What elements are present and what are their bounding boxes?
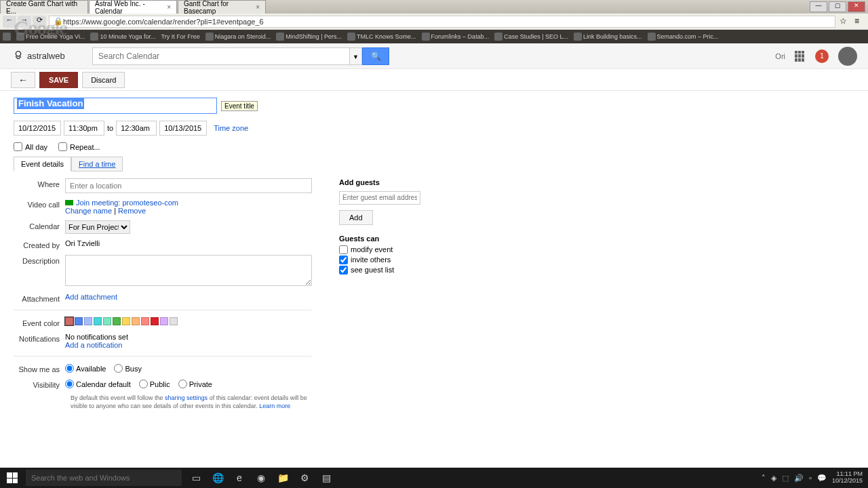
calendar-select[interactable]: For Fun Project — [65, 220, 130, 234]
browser-tab[interactable]: Gantt Chart for Basecamp× — [178, 0, 266, 14]
color-swatch[interactable] — [141, 317, 149, 325]
where-label: Where — [14, 178, 65, 193]
add-notification-link[interactable]: Add a notification — [65, 341, 122, 349]
add-guest-button[interactable]: Add — [339, 210, 373, 225]
visibility-private-radio[interactable]: Private — [178, 380, 212, 388]
edge-icon[interactable]: e — [229, 468, 250, 488]
remove-video-link[interactable]: Remove — [118, 207, 146, 215]
modify-event-checkbox[interactable]: modify event — [339, 245, 502, 254]
color-swatch[interactable] — [160, 317, 168, 325]
notifications-badge[interactable]: 1 — [815, 49, 829, 63]
see-guest-list-checkbox[interactable]: see guest list — [339, 266, 502, 274]
color-swatch[interactable] — [170, 317, 178, 325]
tab-event-details[interactable]: Event details — [14, 157, 71, 171]
tray-icon[interactable]: ⬚ — [782, 474, 789, 483]
visibility-label: Visibility — [14, 379, 65, 389]
taskbar-app-icon[interactable]: ▤ — [316, 468, 336, 488]
repeat-checkbox[interactable]: Repeat... — [58, 142, 100, 151]
visibility-public-radio[interactable]: Public — [139, 380, 170, 388]
search-button[interactable]: 🔍 — [362, 47, 389, 65]
color-swatch[interactable] — [132, 317, 140, 325]
color-swatch[interactable] — [75, 317, 83, 325]
bookmark-item[interactable]: Forumlinks – Datab... — [422, 33, 490, 41]
bookmark-item[interactable]: Niagara on Steroid... — [205, 33, 271, 41]
nav-back-icon[interactable]: ← — [3, 16, 16, 28]
color-swatch[interactable] — [65, 317, 73, 325]
taskbar-app-icon[interactable]: ⚙ — [294, 468, 315, 488]
tab-find-time[interactable]: Find a time — [71, 157, 123, 171]
description-textarea[interactable] — [65, 255, 312, 286]
bookmark-item[interactable]: MindShifting | Pers... — [276, 33, 342, 41]
browser-tab[interactable]: Create Gantt Chart with E... — [0, 0, 88, 14]
join-meeting-link[interactable]: Join meeting: promoteseo-com — [76, 199, 178, 207]
chrome-icon[interactable]: ◉ — [251, 468, 271, 488]
menu-icon[interactable]: ≡ — [854, 16, 865, 27]
browser-tab-active[interactable]: Astral Web Inc. - Calendar× — [89, 0, 177, 14]
bookmark-item[interactable]: TMLC Knows Some... — [347, 33, 416, 41]
search-input[interactable] — [92, 47, 350, 65]
bookmark-item[interactable]: Semando.com – Pric... — [648, 33, 719, 41]
network-icon[interactable]: ▫ — [809, 474, 812, 482]
tray-up-icon[interactable]: ˄ — [762, 474, 766, 483]
color-swatch[interactable] — [94, 317, 102, 325]
window-maximize[interactable]: ▢ — [829, 1, 846, 12]
task-view-icon[interactable]: ▭ — [186, 468, 206, 488]
start-time-input[interactable] — [64, 121, 104, 136]
bookmark-item[interactable]: Link Building basics... — [574, 33, 642, 41]
window-close[interactable]: ✕ — [848, 1, 865, 12]
createdby-value: Ori Tzvielli — [65, 239, 312, 249]
taskbar-clock[interactable]: 11:11 PM 10/12/2015 — [832, 471, 863, 485]
start-button[interactable] — [0, 468, 24, 488]
address-bar[interactable]: 🔒 https://www.google.com/calendar/render… — [49, 16, 835, 28]
end-time-input[interactable] — [116, 121, 157, 136]
nav-forward-icon[interactable]: → — [18, 16, 31, 28]
app-logo[interactable]: astralweb — [11, 45, 79, 67]
invite-others-checkbox[interactable]: invite others — [339, 256, 502, 264]
color-swatch[interactable] — [103, 317, 111, 325]
change-name-link[interactable]: Change name — [65, 207, 112, 215]
available-radio[interactable]: Available — [65, 364, 106, 373]
apps-grid-icon[interactable] — [795, 51, 806, 62]
nav-reload-icon[interactable]: ⟳ — [33, 16, 46, 28]
window-minimize[interactable]: — — [810, 1, 827, 12]
tray-icon[interactable]: ◈ — [771, 474, 776, 483]
bookmark-item[interactable]: Case Studies | SEO L... — [494, 33, 568, 41]
apps-shortcut[interactable] — [3, 33, 11, 41]
color-swatch[interactable] — [113, 317, 121, 325]
discard-button[interactable]: Discard — [82, 72, 125, 88]
start-date-input[interactable] — [14, 121, 61, 136]
no-notifications-text: No notifications set — [65, 333, 312, 341]
user-name[interactable]: Ori — [775, 52, 785, 60]
explorer-icon[interactable]: 📁 — [273, 468, 293, 488]
bookmark-item[interactable]: Free Online Yoga Vi... — [16, 33, 85, 41]
volume-icon[interactable]: 🔊 — [794, 474, 804, 483]
allday-checkbox[interactable]: All day — [14, 142, 47, 151]
event-title-input[interactable]: Finish Vacation — [14, 98, 217, 114]
bookmark-item[interactable]: Try It For Free — [161, 33, 199, 40]
star-icon[interactable]: ☆ — [840, 16, 850, 27]
tray-icon[interactable]: 💬 — [817, 474, 827, 483]
sharing-settings-link[interactable]: sharing settings — [165, 394, 208, 401]
location-input[interactable] — [65, 178, 312, 193]
color-swatch[interactable] — [122, 317, 130, 325]
tab-close-icon[interactable]: × — [256, 3, 260, 11]
save-button[interactable]: SAVE — [39, 72, 78, 88]
taskbar-app-icon[interactable]: 🌐 — [208, 468, 228, 488]
end-date-input[interactable] — [159, 121, 207, 136]
video-icon — [65, 200, 73, 205]
visibility-default-radio[interactable]: Calendar default — [65, 380, 131, 388]
learn-more-link[interactable]: Learn more — [259, 403, 290, 409]
tab-close-icon[interactable]: × — [167, 3, 171, 11]
avatar[interactable] — [838, 47, 857, 66]
visibility-note: By default this event will follow the sh… — [71, 394, 312, 410]
taskbar-search[interactable] — [26, 470, 182, 486]
color-swatch[interactable] — [84, 317, 92, 325]
guest-email-input[interactable] — [339, 191, 420, 205]
bookmark-item[interactable]: 10 Minute Yoga for... — [90, 33, 155, 41]
busy-radio[interactable]: Busy — [114, 364, 141, 373]
timezone-link[interactable]: Time zone — [214, 124, 248, 132]
search-dropdown-icon[interactable]: ▼ — [350, 47, 362, 65]
add-attachment-link[interactable]: Add attachment — [65, 293, 117, 301]
color-swatch[interactable] — [151, 317, 159, 325]
back-button[interactable]: ← — [11, 72, 35, 88]
